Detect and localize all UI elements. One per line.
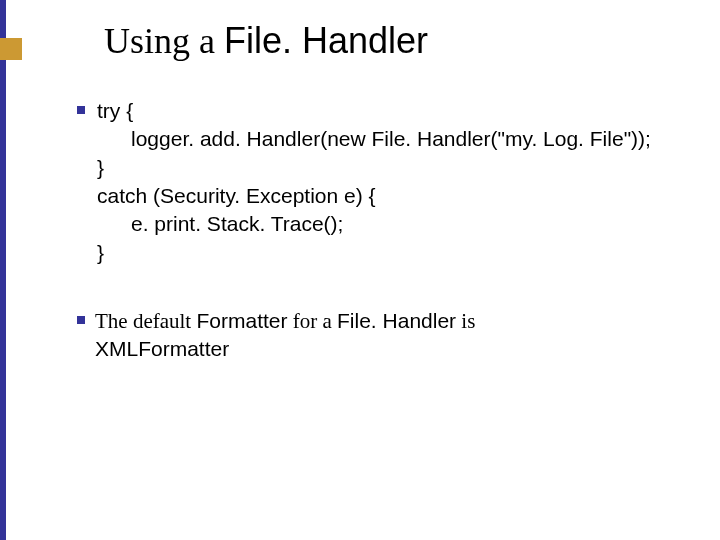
text-run: for a: [287, 309, 337, 333]
text-run-sans: XMLFormatter: [95, 337, 229, 360]
code-line: e. print. Stack. Trace();: [97, 210, 690, 238]
text-run-sans: File. Handler: [337, 309, 456, 332]
slide-body: try { logger. add. Handler(new File. Han…: [95, 97, 690, 364]
bullet-item-2: The default Formatter for a File. Handle…: [95, 307, 690, 364]
left-accent-square: [0, 38, 22, 60]
code-line: try {: [97, 97, 690, 125]
left-accent-bar: [0, 0, 6, 540]
bullet-icon: [77, 106, 85, 114]
title-text-serif: Using a: [104, 21, 224, 61]
text-run-sans: Formatter: [196, 309, 287, 332]
code-line: catch (Security. Exception e) {: [97, 182, 690, 210]
code-block: try { logger. add. Handler(new File. Han…: [97, 97, 690, 267]
code-line: logger. add. Handler(new File. Handler("…: [97, 125, 690, 153]
slide: Using a File. Handler try { logger. add.…: [0, 0, 720, 540]
bullet-item-1: try { logger. add. Handler(new File. Han…: [95, 97, 690, 267]
bullet-icon: [77, 316, 85, 324]
paragraph: The default Formatter for a File. Handle…: [95, 307, 690, 364]
text-run: is: [456, 309, 475, 333]
code-line: }: [97, 154, 690, 182]
text-run: The default: [95, 309, 196, 333]
slide-title: Using a File. Handler: [104, 20, 428, 62]
title-text-sans: File. Handler: [224, 20, 428, 61]
code-line: }: [97, 239, 690, 267]
